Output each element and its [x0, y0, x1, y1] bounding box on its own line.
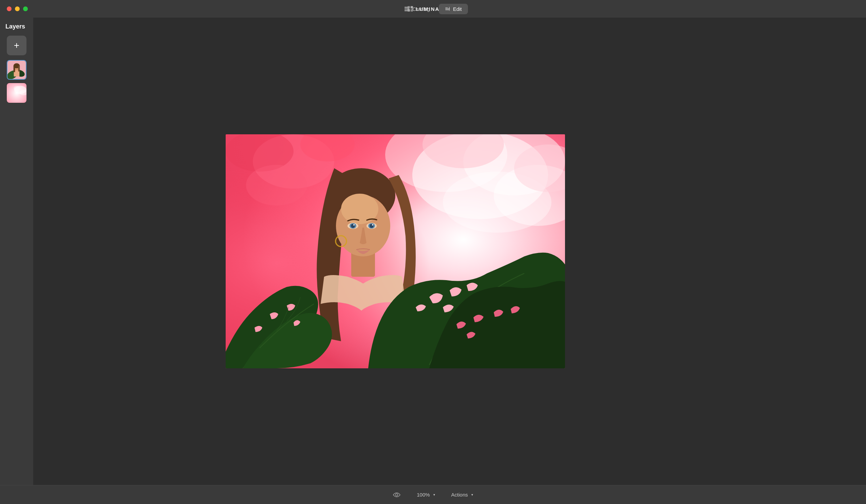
svg-point-44 — [353, 224, 355, 225]
layer-1-preview — [8, 61, 26, 79]
edit-label: Edit — [453, 6, 462, 12]
svg-point-51 — [396, 493, 398, 496]
zoom-chevron-icon: ▾ — [433, 493, 435, 496]
main-photo — [226, 134, 565, 368]
actions-chevron-icon: ▾ — [471, 493, 473, 496]
actions-label: Actions — [451, 492, 468, 497]
layer-thumbnail-1[interactable] — [7, 60, 26, 80]
right-edit-panel — [757, 18, 866, 485]
photo-canvas — [226, 134, 565, 368]
minimize-button[interactable] — [15, 7, 20, 11]
svg-rect-5 — [404, 9, 409, 10]
svg-point-22 — [13, 86, 20, 91]
layer-thumbnail-2[interactable] — [7, 83, 26, 103]
add-layer-icon: + — [14, 40, 19, 51]
actions-button[interactable]: Actions ▾ — [447, 490, 477, 500]
zoom-level: 100% — [417, 492, 430, 497]
layers-title: Layers — [0, 23, 25, 30]
svg-point-48 — [372, 224, 373, 225]
svg-point-36 — [246, 165, 307, 205]
layers-sidebar: Layers + — [0, 18, 33, 485]
svg-rect-6 — [404, 10, 409, 11]
visibility-toggle-button[interactable] — [389, 490, 404, 500]
main-content: Layers + — [0, 18, 866, 485]
edit-nav-button[interactable]: Edit — [439, 4, 468, 14]
close-button[interactable] — [7, 7, 12, 11]
svg-rect-18 — [18, 66, 20, 71]
zoom-button[interactable]: 100% ▾ — [413, 490, 439, 500]
eye-icon — [393, 492, 400, 497]
window-controls — [7, 7, 28, 11]
edit-icon — [445, 6, 450, 12]
layer-2-preview — [7, 83, 26, 103]
svg-rect-17 — [13, 66, 15, 72]
catalog-label: Catalog — [412, 6, 430, 12]
catalog-icon — [404, 6, 410, 12]
canvas-area — [33, 18, 757, 485]
svg-rect-4 — [404, 7, 409, 8]
maximize-button[interactable] — [23, 7, 28, 11]
bottom-bar: 100% ▾ Actions ▾ — [0, 485, 866, 504]
titlebar: LUMINAR NEO Catalog Edit — [0, 0, 866, 18]
add-layer-button[interactable]: + — [7, 36, 26, 55]
catalog-nav-button[interactable]: Catalog — [398, 4, 436, 14]
